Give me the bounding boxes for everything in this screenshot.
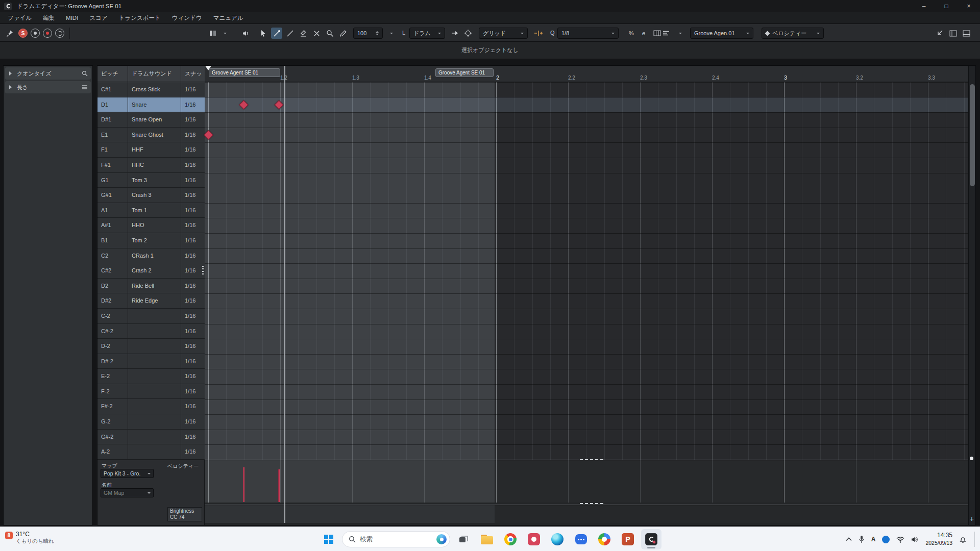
drum-note-D1[interactable]: [239, 100, 248, 109]
drum-row-A1[interactable]: A1Tom 11/16: [97, 203, 205, 218]
volume-button[interactable]: [911, 536, 919, 543]
drum-pitch-cell[interactable]: G#1: [97, 188, 128, 203]
drum-sound-cell[interactable]: [128, 309, 181, 323]
drum-sound-cell[interactable]: [128, 414, 181, 429]
menu-item-file[interactable]: ファイル: [2, 12, 37, 23]
drum-pitch-cell[interactable]: F-2: [97, 384, 128, 399]
start-button[interactable]: [318, 529, 339, 549]
quantize-panel-button[interactable]: e: [638, 28, 649, 39]
stepper-icon[interactable]: [376, 30, 379, 37]
status-app-button[interactable]: [882, 536, 890, 543]
drum-row-A#1[interactable]: A#1HHO1/16: [97, 218, 205, 233]
drum-snap-cell[interactable]: 1/16: [181, 293, 205, 308]
solo-button[interactable]: S: [18, 29, 28, 38]
pin-icon[interactable]: [4, 28, 15, 39]
inspector-section-quantize[interactable]: クオンタイズ: [5, 67, 91, 80]
zoom-tool-button[interactable]: [324, 28, 335, 39]
drum-row-C-2[interactable]: C-21/16: [97, 309, 205, 324]
taskbar-search[interactable]: 検索: [342, 531, 450, 547]
cc-lane[interactable]: [205, 505, 969, 523]
drum-sound-cell[interactable]: Snare Open: [128, 112, 181, 127]
close-button[interactable]: ×: [958, 0, 980, 12]
menu-item-window[interactable]: ウィンドウ: [166, 12, 208, 23]
drum-snap-cell[interactable]: 1/16: [181, 218, 205, 233]
browser2-button[interactable]: [594, 529, 615, 549]
drum-pitch-cell[interactable]: D#2: [97, 293, 128, 308]
drum-sound-cell[interactable]: HHF: [128, 142, 181, 157]
tray-clock[interactable]: 14:35 2025/09/13: [925, 532, 952, 547]
name-select[interactable]: GM Map: [101, 488, 154, 497]
drum-snap-cell[interactable]: 1/16: [181, 142, 205, 157]
open-in-window-button[interactable]: [934, 28, 945, 39]
audition-speaker-button[interactable]: [240, 28, 251, 39]
velocity-bar[interactable]: [243, 467, 244, 502]
weather-widget[interactable]: 8 31°C くもりのち晴れ: [5, 531, 54, 545]
notification-button[interactable]: [959, 536, 967, 543]
drum-pitch-cell[interactable]: C-2: [97, 309, 128, 323]
drum-row-E-2[interactable]: E-21/16: [97, 369, 205, 384]
drum-sound-cell[interactable]: [128, 399, 181, 414]
chrome-button[interactable]: [500, 529, 521, 549]
drum-row-D#2[interactable]: D#2Ride Edge1/16: [97, 293, 205, 309]
drum-sound-cell[interactable]: [128, 354, 181, 369]
drum-pitch-cell[interactable]: G#-2: [97, 430, 128, 444]
drum-row-E1[interactable]: E1Snare Ghost1/16: [97, 128, 205, 143]
left-zone-toggle-button[interactable]: [947, 28, 959, 39]
drum-sound-cell[interactable]: HHC: [128, 158, 181, 172]
ruler-part-label[interactable]: Groove Agent SE 01: [209, 68, 280, 77]
drum-pitch-cell[interactable]: G1: [97, 173, 128, 188]
drum-snap-cell[interactable]: 1/16: [181, 188, 205, 203]
drum-sound-cell[interactable]: [128, 444, 181, 459]
drum-snap-cell[interactable]: 1/16: [181, 384, 205, 399]
drum-note-D1[interactable]: [274, 100, 283, 109]
velocity-bar[interactable]: [278, 469, 280, 502]
drum-pitch-cell[interactable]: A1: [97, 203, 128, 218]
drum-snap-cell[interactable]: 1/16: [181, 233, 205, 248]
microphone-indicator[interactable]: [859, 535, 865, 543]
drum-snap-cell[interactable]: 1/16: [181, 97, 205, 112]
drum-row-D-2[interactable]: D-21/16: [97, 339, 205, 354]
drum-row-D2[interactable]: D2Ride Bell1/16: [97, 279, 205, 294]
drum-row-F1[interactable]: F1HHF1/16: [97, 142, 205, 158]
drum-sound-cell[interactable]: [128, 369, 181, 384]
drum-note-E1[interactable]: [204, 130, 213, 139]
zoom-handle[interactable]: [970, 457, 973, 460]
object-selection-tool-button[interactable]: [258, 28, 269, 39]
drum-row-A-2[interactable]: A-21/16: [97, 444, 205, 460]
ruler-part-label[interactable]: Groove Agent SE 01: [435, 68, 494, 77]
drum-pitch-cell[interactable]: F#1: [97, 158, 128, 172]
drum-sound-cell[interactable]: [128, 430, 181, 444]
drum-row-C#1[interactable]: C#1Cross Stick1/16: [97, 82, 205, 97]
drumstick-tool-button[interactable]: [271, 28, 282, 39]
drum-pitch-cell[interactable]: D#1: [97, 112, 128, 127]
velocity-lane[interactable]: [205, 460, 969, 503]
drum-map-select[interactable]: Pop Kit 3 - Gro.: [101, 469, 154, 478]
line-tool-button[interactable]: [284, 28, 296, 39]
drum-snap-cell[interactable]: 1/16: [181, 309, 205, 323]
show-desktop-button[interactable]: [974, 532, 976, 547]
column-header-pitch[interactable]: ピッチ: [97, 66, 128, 82]
scrollbar-thumb[interactable]: [970, 84, 975, 186]
drum-snap-cell[interactable]: 1/16: [181, 158, 205, 172]
drum-sound-cell[interactable]: Tom 1: [128, 203, 181, 218]
project-cursor[interactable]: [284, 66, 285, 523]
drum-pitch-cell[interactable]: D#-2: [97, 354, 128, 369]
drum-pitch-cell[interactable]: A-2: [97, 444, 128, 459]
drum-snap-cell[interactable]: 1/16: [181, 173, 205, 188]
drum-snap-cell[interactable]: 1/16: [181, 324, 205, 339]
drum-snap-cell[interactable]: 1/16: [181, 128, 205, 142]
inspector-section-length[interactable]: 長さ: [5, 81, 91, 93]
drum-pitch-cell[interactable]: A#1: [97, 218, 128, 233]
drum-sound-cell[interactable]: Cross Stick: [128, 82, 181, 97]
cc-lane-label[interactable]: Brightness CC 74: [167, 507, 202, 521]
network-button[interactable]: [896, 536, 904, 543]
velocity-lane-label[interactable]: ベロシティー: [167, 463, 199, 470]
drum-pitch-cell[interactable]: F1: [97, 142, 128, 157]
drum-sound-cell[interactable]: Crash 3: [128, 188, 181, 203]
drum-snap-cell[interactable]: 1/16: [181, 203, 205, 218]
column-header-drumsound[interactable]: ドラムサウンド: [128, 66, 181, 82]
auto-select-controllers-button[interactable]: [209, 28, 227, 39]
drum-pitch-cell[interactable]: C#1: [97, 82, 128, 97]
menu-item-score[interactable]: スコア: [84, 12, 113, 23]
drum-pitch-cell[interactable]: B1: [97, 233, 128, 248]
